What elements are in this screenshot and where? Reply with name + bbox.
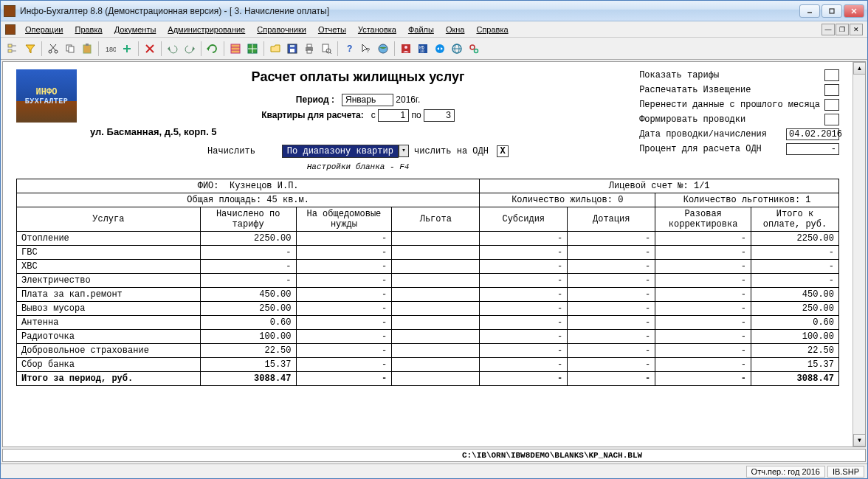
flat-to-input[interactable]: 3: [424, 109, 455, 122]
svg-line-39: [330, 52, 331, 54]
form-entries-field[interactable]: [824, 114, 839, 125]
cell: 450.00: [751, 288, 839, 302]
cell: -: [655, 232, 751, 246]
menu-refs[interactable]: Справочники: [252, 24, 311, 35]
scroll-down-icon[interactable]: ▼: [853, 434, 866, 447]
menu-documents[interactable]: Документы: [109, 24, 162, 35]
maximize-button[interactable]: [822, 4, 842, 18]
link-form-entries[interactable]: Формировать проводки: [639, 114, 820, 125]
period-month-input[interactable]: Январь: [342, 94, 393, 106]
cell: [392, 274, 480, 288]
menu-files[interactable]: Файлы: [403, 24, 439, 35]
carry-over-field[interactable]: [824, 99, 839, 111]
svg-point-45: [404, 46, 407, 49]
print-notice-field[interactable]: [824, 84, 839, 96]
titlebar: Инфо-Бухгалтер 8.8 (Демонстрационная вер…: [1, 1, 867, 21]
menu-operations[interactable]: Операции: [20, 24, 68, 35]
ib-icon[interactable]: ИБ10: [415, 41, 431, 57]
service-name: Сбор банка: [17, 358, 201, 372]
cell: -: [480, 232, 568, 246]
refresh-icon[interactable]: [204, 41, 221, 57]
show-tariffs-field[interactable]: [824, 69, 839, 81]
link-show-tariffs[interactable]: Показать тарифы: [639, 70, 820, 80]
cell: 250.00: [751, 302, 839, 316]
cell: -: [200, 260, 296, 274]
posting-date-input[interactable]: 04.02.2016: [786, 128, 839, 140]
close-button[interactable]: [844, 4, 864, 18]
grid-orange-icon[interactable]: [227, 41, 244, 57]
combo-arrow-icon[interactable]: ▾: [399, 145, 409, 157]
doc-status: C:\IB\ORN\IBW8DEMO\BLANKS\KP_NACH.BLW: [2, 449, 866, 462]
odn-percent-input[interactable]: -: [786, 143, 839, 155]
cell: -: [296, 288, 392, 302]
help-icon[interactable]: ?: [341, 41, 357, 57]
mdi-minimize-button[interactable]: —: [822, 24, 835, 35]
service-name: Плата за кап.ремонт: [17, 288, 201, 302]
copy-icon[interactable]: [62, 41, 78, 57]
person-icon[interactable]: [398, 41, 414, 57]
globe2-icon[interactable]: [449, 41, 465, 57]
undo-icon[interactable]: [165, 41, 181, 57]
scroll-up-icon[interactable]: ▲: [853, 62, 866, 75]
cell: -: [568, 358, 655, 372]
cell: 0.60: [200, 316, 296, 330]
vertical-scrollbar[interactable]: ▲ ▼: [852, 62, 865, 447]
grid-green-icon[interactable]: [244, 41, 261, 57]
mdi-restore-button[interactable]: ❐: [836, 24, 849, 35]
table-row: Электричество------: [17, 274, 839, 288]
link-print-notice[interactable]: Распечатать Извещение: [639, 85, 820, 95]
menu-install[interactable]: Установка: [353, 24, 402, 35]
cell: -: [568, 330, 655, 344]
menu-reports[interactable]: Отчеты: [313, 24, 351, 35]
open-icon[interactable]: [267, 41, 283, 57]
rotate-icon[interactable]: 180: [102, 41, 118, 57]
cut-icon[interactable]: [45, 41, 61, 57]
print-icon[interactable]: [301, 41, 317, 57]
account-value: 1/1: [694, 181, 710, 191]
teamviewer-icon[interactable]: [432, 41, 448, 57]
svg-rect-5: [8, 49, 12, 52]
cell: -: [480, 316, 568, 330]
service-name: ХВС: [17, 260, 201, 274]
svg-line-12: [50, 44, 55, 50]
paste-icon[interactable]: [79, 41, 95, 57]
cell: -: [296, 232, 392, 246]
mdi-close-button[interactable]: ✕: [850, 24, 863, 35]
table-row: Отопление2250.00----2250.00: [17, 232, 839, 246]
preview-icon[interactable]: [318, 41, 334, 57]
menu-help[interactable]: Справка: [471, 24, 513, 35]
cell: -: [655, 288, 751, 302]
delete-icon[interactable]: [142, 41, 158, 57]
menu-admin[interactable]: Администрирование: [162, 24, 250, 35]
gears-icon[interactable]: [466, 41, 482, 57]
table-row: ХВС------: [17, 260, 839, 274]
link-carry-over[interactable]: Перенести данные с прошлого месяца: [639, 100, 820, 110]
globe-icon[interactable]: [375, 41, 391, 57]
service-name: Электричество: [17, 274, 201, 288]
redo-icon[interactable]: [182, 41, 198, 57]
tree-icon[interactable]: [5, 41, 21, 57]
svg-rect-25: [231, 44, 240, 53]
filter-icon[interactable]: [22, 41, 38, 57]
period-year: 2016г.: [396, 94, 420, 105]
whatsthis-icon[interactable]: ?: [358, 41, 374, 57]
cell: -: [568, 246, 655, 260]
mdi-icon[interactable]: [5, 24, 16, 35]
minimize-button[interactable]: [799, 4, 820, 18]
cell: [392, 260, 480, 274]
cell: -: [568, 274, 655, 288]
cell: -: [296, 344, 392, 358]
menu-windows[interactable]: Окна: [441, 24, 470, 35]
menu-edit[interactable]: Правка: [69, 24, 107, 35]
plus-icon[interactable]: [119, 41, 135, 57]
odn-checkbox[interactable]: X: [497, 145, 509, 157]
cell: -: [751, 246, 839, 260]
table-row: Сбор банка15.37----15.37: [17, 358, 839, 372]
flat-from-input[interactable]: 1: [378, 109, 409, 122]
save-icon[interactable]: [284, 41, 300, 57]
cell: -: [480, 302, 568, 316]
calc-mode-combo[interactable]: По диапазону квартир: [282, 145, 399, 158]
cell: [392, 358, 480, 372]
period-label: Период :: [296, 94, 334, 105]
cell: -: [655, 316, 751, 330]
